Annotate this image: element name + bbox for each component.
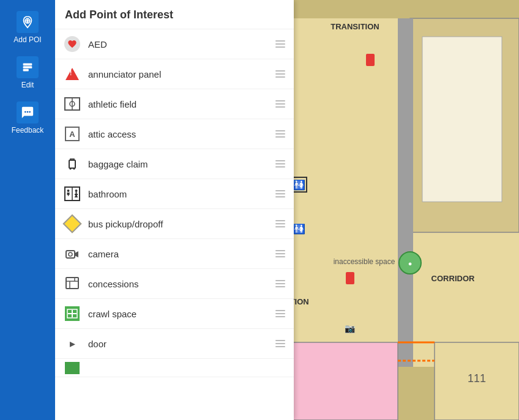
partial-icon [64, 359, 81, 377]
attic-label: attic access [88, 129, 275, 139]
aed-label: AED [88, 39, 275, 50]
bus-icon [64, 215, 81, 232]
add-poi-label: Add POI [13, 35, 41, 44]
svg-point-77 [69, 252, 72, 256]
poi-item-camera[interactable]: camera [55, 239, 294, 269]
annunciator-label: annunciator panel [88, 69, 275, 79]
camera-label: camera [88, 249, 275, 259]
door-drag-handle[interactable] [275, 340, 285, 347]
crawl-space-drag-handle[interactable] [275, 310, 285, 317]
poi-item-crawl-space[interactable]: crawl space [55, 299, 294, 329]
bathroom-icon [64, 185, 81, 202]
main-area: 107 [55, 0, 519, 420]
edit-label: Edit [21, 81, 34, 89]
svg-rect-4 [23, 66, 32, 68]
feedback-icon [17, 101, 39, 123]
camera-icon [64, 245, 81, 262]
svg-rect-40 [398, 18, 413, 367]
baggage-drag-handle[interactable] [275, 160, 285, 168]
sidebar: Add POI Edit Feedback [0, 0, 55, 420]
poi-item-door[interactable]: ▸ door [55, 329, 294, 359]
athletic-field-icon [64, 95, 81, 112]
svg-text:TRANSITION: TRANSITION [330, 22, 379, 31]
svg-point-6 [24, 111, 26, 113]
poi-item-partial[interactable] [55, 359, 294, 377]
annunciator-icon: ! [64, 65, 81, 83]
aed-icon [64, 35, 81, 53]
add-poi-icon [17, 11, 39, 33]
aed-drag-handle[interactable] [275, 40, 285, 48]
bathroom-drag-handle[interactable] [275, 190, 285, 197]
svg-text:🚻: 🚻 [293, 179, 305, 191]
feedback-label: Feedback [12, 126, 44, 134]
poi-panel-title: Add Point of Interest [55, 0, 294, 29]
bus-label: bus pickup/dropoff [88, 219, 275, 229]
svg-rect-56 [346, 272, 354, 284]
svg-rect-64 [69, 160, 75, 168]
crawl-space-icon [64, 305, 81, 322]
svg-rect-55 [366, 54, 375, 66]
concessions-icon [64, 275, 81, 292]
sidebar-add-poi[interactable]: Add POI [3, 6, 52, 49]
poi-item-bus[interactable]: bus pickup/dropoff [55, 209, 294, 239]
concessions-label: concessions [88, 279, 275, 289]
svg-text:111: 111 [468, 372, 486, 385]
svg-point-7 [27, 111, 29, 113]
door-icon: ▸ [64, 335, 81, 352]
baggage-icon [64, 155, 81, 172]
svg-point-71 [75, 190, 78, 192]
sidebar-feedback[interactable]: Feedback [3, 97, 52, 139]
attic-icon: A [64, 125, 81, 142]
poi-item-annunciator[interactable]: ! annunciator panel [55, 59, 294, 89]
athletic-field-label: athletic field [88, 99, 275, 109]
poi-item-baggage[interactable]: baggage claim [55, 149, 294, 179]
svg-text:inaccessible space: inaccessible space [334, 257, 395, 266]
poi-panel: Add Point of Interest AED [55, 0, 294, 420]
svg-point-65 [70, 168, 72, 170]
svg-rect-3 [23, 64, 32, 66]
crawl-space-label: crawl space [88, 309, 275, 319]
door-label: door [88, 339, 275, 349]
svg-text:🚻: 🚻 [293, 223, 305, 235]
svg-rect-76 [66, 251, 75, 258]
poi-item-concessions[interactable]: concessions [55, 269, 294, 299]
svg-point-69 [67, 190, 70, 192]
camera-drag-handle[interactable] [275, 250, 285, 257]
annunciator-drag-handle[interactable] [275, 70, 285, 78]
svg-rect-79 [66, 278, 78, 289]
attic-drag-handle[interactable] [275, 130, 285, 138]
poi-list: AED ! annunciator panel [55, 29, 294, 420]
svg-text:●: ● [408, 260, 413, 267]
svg-rect-5 [23, 69, 29, 72]
poi-item-attic[interactable]: A attic access [55, 119, 294, 149]
poi-item-aed[interactable]: AED [55, 29, 294, 59]
edit-icon [17, 56, 39, 78]
svg-point-66 [73, 168, 75, 170]
bathroom-label: bathroom [88, 189, 275, 199]
sidebar-edit[interactable]: Edit [3, 51, 52, 94]
svg-text:CORRIDOR: CORRIDOR [431, 274, 475, 283]
poi-item-bathroom[interactable]: bathroom [55, 179, 294, 209]
bus-drag-handle[interactable] [275, 220, 285, 227]
athletic-field-drag-handle[interactable] [275, 100, 285, 108]
concessions-drag-handle[interactable] [275, 280, 285, 287]
baggage-label: baggage claim [88, 159, 275, 169]
poi-item-athletic-field[interactable]: athletic field [55, 89, 294, 119]
svg-rect-39 [422, 37, 502, 202]
svg-text:📷: 📷 [345, 323, 356, 334]
svg-point-8 [29, 111, 31, 113]
